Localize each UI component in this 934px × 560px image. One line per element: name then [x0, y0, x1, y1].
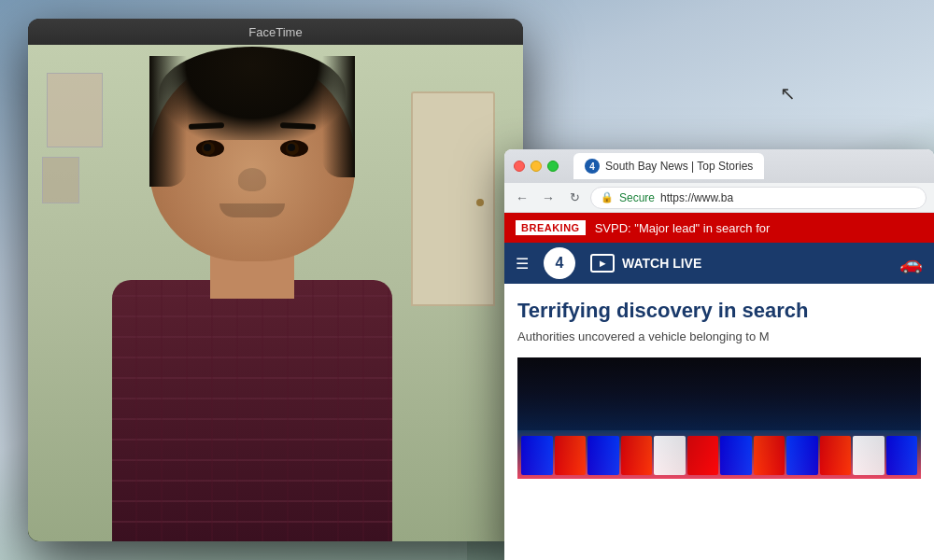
secure-icon: 🔒 — [601, 191, 614, 203]
person-figure — [75, 75, 430, 541]
address-field[interactable]: 🔒 Secure https://www.ba — [590, 187, 927, 209]
police-lights — [517, 432, 921, 479]
back-button[interactable]: ← — [512, 188, 532, 208]
person-left-eye — [196, 140, 224, 157]
minimize-button[interactable] — [531, 161, 542, 172]
person-right-eye — [280, 140, 308, 157]
facetime-titlebar: FaceTime — [28, 19, 523, 45]
person-mouth — [219, 203, 285, 217]
forward-button[interactable]: → — [538, 188, 559, 208]
door-knob — [476, 199, 484, 206]
watch-live-label: WATCH LIVE — [622, 256, 701, 271]
wall-item — [42, 157, 79, 203]
article-image — [517, 357, 921, 479]
browser-tab[interactable]: 4 South Bay News | Top Stories — [573, 153, 764, 179]
facetime-title: FaceTime — [248, 25, 302, 39]
watch-live-button[interactable]: ▶ WATCH LIVE — [590, 254, 701, 273]
url-text: https://www.ba — [660, 191, 733, 204]
close-button[interactable] — [514, 161, 525, 172]
mouse-cursor: ↖ — [780, 82, 796, 105]
maximize-button[interactable] — [547, 161, 559, 172]
reload-button[interactable]: ↻ — [564, 188, 585, 208]
browser-window: 4 South Bay News | Top Stories ← → ↻ 🔒 S… — [504, 149, 934, 560]
article-headline[interactable]: Terrifying discovery in search — [517, 299, 921, 323]
person-head — [149, 56, 355, 261]
person-shirt — [112, 280, 392, 541]
facetime-video — [28, 45, 523, 541]
person-hair-top — [159, 47, 346, 140]
breaking-text: SVPD: "Major lead" in search for — [595, 221, 771, 235]
play-icon: ▶ — [590, 254, 615, 273]
secure-label: Secure — [619, 191, 655, 204]
person-hair-right — [322, 56, 355, 177]
tab-favicon: 4 — [585, 159, 600, 174]
tab-title: South Bay News | Top Stories — [605, 160, 753, 173]
person-nose — [238, 168, 266, 191]
channel-4-logo[interactable]: 4 — [544, 247, 575, 279]
facetime-window: FaceTime — [28, 19, 523, 541]
traffic-lights — [514, 161, 559, 172]
hamburger-menu-icon[interactable]: ☰ — [516, 255, 529, 273]
image-dark-overlay — [517, 357, 921, 430]
car-icon: 🚗 — [899, 252, 923, 274]
play-triangle: ▶ — [600, 259, 605, 268]
breaking-news-bar: BREAKING SVPD: "Major lead" in search fo… — [504, 213, 934, 243]
article-area: Terrifying discovery in search Authoriti… — [504, 284, 934, 494]
breaking-label: BREAKING — [516, 220, 586, 235]
article-subtitle: Authorities uncovered a vehicle belongin… — [517, 329, 921, 345]
person-hair-left — [149, 56, 187, 187]
browser-titlebar: 4 South Bay News | Top Stories — [504, 149, 934, 183]
browser-addressbar: ← → ↻ 🔒 Secure https://www.ba — [504, 183, 934, 213]
news-navbar: ☰ 4 ▶ WATCH LIVE 🚗 — [504, 243, 934, 284]
